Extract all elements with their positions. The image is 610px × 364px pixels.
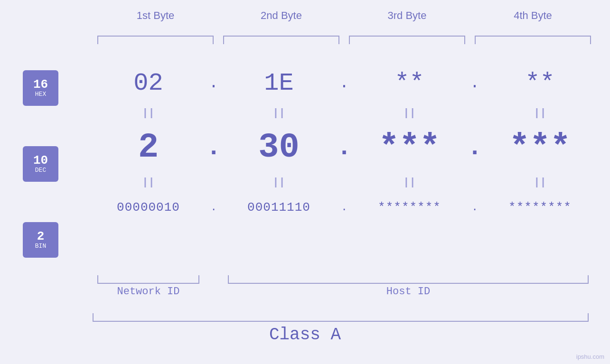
eq2-b2: || (223, 177, 335, 188)
bracket-1 (97, 36, 214, 44)
base-badges: 16 HEX 10 DEC 2 BIN (23, 70, 58, 258)
bin-byte2: 00011110 (223, 200, 335, 215)
bracket-4 (475, 36, 591, 44)
eq2-b1: || (93, 177, 204, 188)
equals-row-2: || || || || (93, 174, 596, 191)
hex-dot3: . (465, 74, 484, 92)
dec-byte2: 30 (223, 128, 335, 167)
network-id-label: Network ID (97, 286, 199, 298)
class-label: Class A (0, 325, 610, 345)
hex-dot2: . (335, 74, 354, 92)
bin-row: 00000010 . 00011110 . ******** . *******… (93, 191, 596, 224)
eq1-b4: || (484, 107, 596, 119)
bin-badge: 2 BIN (23, 222, 58, 258)
eq1-b3: || (354, 107, 465, 119)
dec-byte1: 2 (93, 128, 204, 167)
bin-byte3: ******** (354, 200, 465, 215)
class-bracket (93, 313, 589, 322)
host-id-bracket (228, 275, 589, 284)
eq2-b3: || (354, 177, 465, 188)
bin-byte1: 00000010 (93, 200, 204, 215)
host-id-label: Host ID (228, 286, 589, 298)
eq1-b1: || (93, 107, 204, 119)
bin-dot3: . (465, 202, 484, 214)
byte-header-3: 3rd Byte (344, 9, 470, 22)
dec-badge: 10 DEC (23, 146, 58, 182)
dec-dot3: . (465, 134, 484, 162)
dec-byte4: *** (484, 128, 596, 167)
hex-byte3: ** (354, 69, 465, 97)
hex-row: 02 . 1E . ** . ** (93, 62, 596, 104)
byte-headers: 1st Byte 2nd Byte 3rd Byte 4th Byte (93, 9, 596, 22)
value-rows: 02 . 1E . ** . ** || || || || 2 . 30 . *… (93, 62, 596, 224)
hex-byte4: ** (484, 69, 596, 97)
equals-row-1: || || || || (93, 104, 596, 121)
byte-header-1: 1st Byte (93, 9, 218, 22)
byte-header-2: 2nd Byte (218, 9, 344, 22)
byte-header-4: 4th Byte (470, 9, 596, 22)
dec-row: 2 . 30 . *** . *** (93, 121, 596, 174)
eq1-b2: || (223, 107, 335, 119)
dec-dot2: . (335, 134, 354, 162)
bracket-3 (349, 36, 465, 44)
bin-dot1: . (204, 202, 223, 214)
hex-byte1: 02 (93, 69, 204, 97)
top-brackets (93, 36, 596, 44)
bin-byte4: ******** (484, 200, 596, 215)
hex-dot1: . (204, 74, 223, 92)
dec-byte3: *** (354, 128, 465, 167)
network-id-bracket (97, 275, 199, 284)
bin-dot2: . (335, 202, 354, 214)
dec-dot1: . (204, 134, 223, 162)
hex-badge: 16 HEX (23, 70, 58, 106)
main-container: 1st Byte 2nd Byte 3rd Byte 4th Byte 16 H… (0, 0, 610, 364)
hex-byte2: 1E (223, 69, 335, 97)
bracket-2 (223, 36, 339, 44)
eq2-b4: || (484, 177, 596, 188)
watermark: ipshu.com (576, 353, 604, 360)
